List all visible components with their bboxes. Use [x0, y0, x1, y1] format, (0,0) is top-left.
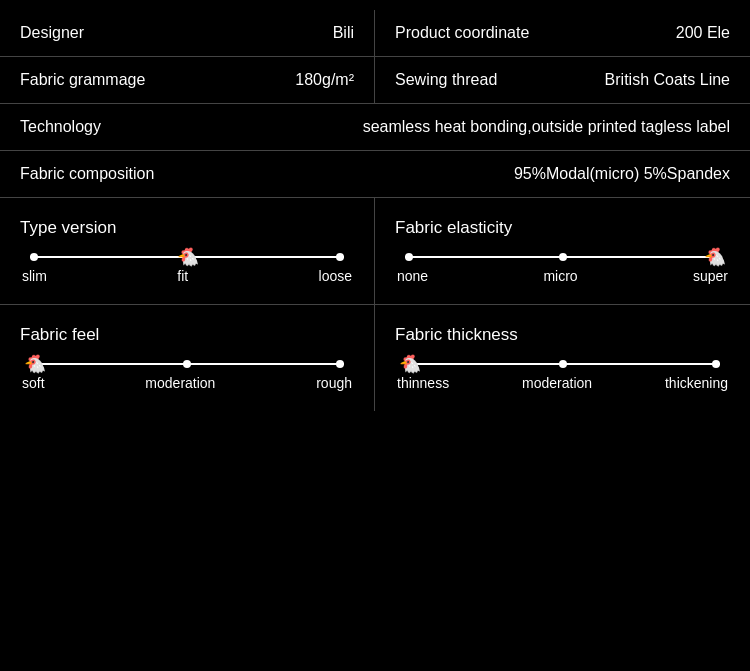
- row-composition: Fabric composition 95%Modal(micro) 5%Spa…: [0, 151, 750, 198]
- sewing-thread-value: British Coats Line: [605, 71, 730, 89]
- fabric-feel-labels: soft moderation rough: [20, 375, 354, 391]
- row-fabric-grammage: Fabric grammage 180g/m² Sewing thread Br…: [0, 57, 750, 104]
- row-designer: Designer Bili Product coordinate 200 Ele: [0, 10, 750, 57]
- fabric-thickness-label-0: thinness: [397, 375, 449, 391]
- fabric-thickness-track-wrapper: 🐔: [405, 363, 720, 365]
- fabric-feel-track: [30, 363, 344, 365]
- grammage-value: 180g/m²: [295, 71, 354, 89]
- fabric-elasticity-labels: none micro super: [395, 268, 730, 284]
- fabric-elasticity-track: [405, 256, 720, 258]
- fabric-elasticity-indicator: 🐔: [704, 246, 726, 268]
- fabric-feel-title: Fabric feel: [20, 325, 354, 345]
- designer-label: Designer: [20, 24, 84, 42]
- composition-label: Fabric composition: [20, 165, 154, 183]
- composition-value: 95%Modal(micro) 5%Spandex: [514, 165, 730, 183]
- row-technology: Technology seamless heat bonding,outside…: [0, 104, 750, 151]
- type-version-title: Type version: [20, 218, 354, 238]
- type-version-label-0: slim: [22, 268, 47, 284]
- fabric-feel-dot-1: [183, 360, 191, 368]
- product-coord-cell: Product coordinate 200 Ele: [375, 10, 750, 56]
- technology-value: seamless heat bonding,outside printed ta…: [363, 118, 730, 136]
- fabric-feel-label-2: rough: [316, 375, 352, 391]
- fabric-feel-label-1: moderation: [145, 375, 215, 391]
- fabric-elasticity-label-0: none: [397, 268, 428, 284]
- fabric-feel-section: Fabric feel 🐔 soft moderation rough: [0, 304, 375, 411]
- type-version-section: Type version 🐔 slim fit loose: [0, 198, 375, 304]
- fabric-elasticity-track-wrapper: 🐔: [405, 256, 720, 258]
- designer-value: Bili: [333, 24, 354, 42]
- fabric-feel-dots: [30, 360, 344, 368]
- fabric-thickness-section: Fabric thickness 🐔 thinness moderation t…: [375, 304, 750, 411]
- slider-grid: Type version 🐔 slim fit loose Fabric e: [0, 198, 750, 411]
- product-coord-label: Product coordinate: [395, 24, 529, 42]
- fabric-feel-dot-2: [336, 360, 344, 368]
- product-info-container: Designer Bili Product coordinate 200 Ele…: [0, 0, 750, 421]
- designer-cell: Designer Bili: [0, 10, 375, 56]
- fabric-thickness-label-1: moderation: [522, 375, 592, 391]
- type-version-track-wrapper: 🐔: [30, 256, 344, 258]
- fabric-thickness-indicator: 🐔: [399, 353, 421, 375]
- fabric-thickness-dot-2: [712, 360, 720, 368]
- fabric-elasticity-dots: [405, 253, 720, 261]
- fabric-feel-label-0: soft: [22, 375, 45, 391]
- fabric-thickness-dots: [405, 360, 720, 368]
- type-version-labels: slim fit loose: [20, 268, 354, 284]
- fabric-elasticity-dot-1: [559, 253, 567, 261]
- product-coord-value: 200 Ele: [676, 24, 730, 42]
- fabric-elasticity-title: Fabric elasticity: [395, 218, 730, 238]
- technology-label: Technology: [20, 118, 101, 136]
- fabric-elasticity-label-2: super: [693, 268, 728, 284]
- type-version-dot-2: [336, 253, 344, 261]
- fabric-feel-track-wrapper: 🐔: [30, 363, 344, 365]
- fabric-thickness-track: [405, 363, 720, 365]
- fabric-thickness-label-2: thickening: [665, 375, 728, 391]
- fabric-thickness-title: Fabric thickness: [395, 325, 730, 345]
- sewing-thread-label: Sewing thread: [395, 71, 497, 89]
- grammage-cell: Fabric grammage 180g/m²: [0, 57, 375, 103]
- fabric-elasticity-label-1: micro: [543, 268, 577, 284]
- type-version-dot-0: [30, 253, 38, 261]
- fabric-thickness-labels: thinness moderation thickening: [395, 375, 730, 391]
- type-version-label-1: fit: [177, 268, 188, 284]
- fabric-elasticity-section: Fabric elasticity 🐔 none micro super: [375, 198, 750, 304]
- fabric-feel-indicator: 🐔: [24, 353, 46, 375]
- type-version-label-2: loose: [319, 268, 352, 284]
- sewing-thread-cell: Sewing thread British Coats Line: [375, 57, 750, 103]
- fabric-elasticity-dot-0: [405, 253, 413, 261]
- type-version-indicator: 🐔: [177, 246, 199, 268]
- grammage-label: Fabric grammage: [20, 71, 145, 89]
- fabric-thickness-dot-1: [559, 360, 567, 368]
